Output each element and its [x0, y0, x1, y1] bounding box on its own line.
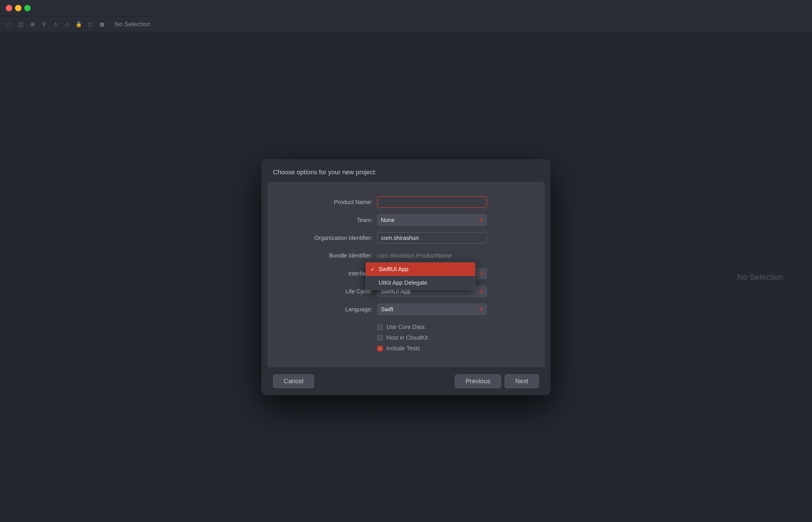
bundle-identifier-label: Bundle Identifier:: [279, 252, 377, 259]
lifecycle-label: Life Cycle:: [279, 288, 377, 295]
bundle-identifier-row: Bundle Identifier: com.shirashun.Product…: [279, 250, 533, 261]
product-name-input[interactable]: [377, 196, 487, 208]
btn-group-right: Previous Next: [455, 374, 539, 388]
dropdown-item-uikit[interactable]: UIKit App Delegate: [366, 276, 475, 289]
interface-label: Interface:: [279, 270, 377, 277]
dialog-content: Product Name: Team: None: [267, 182, 545, 367]
language-select-wrapper: Swift: [377, 303, 487, 315]
toolbar-icon-5[interactable]: ⚠: [51, 20, 60, 29]
use-core-data-label: Use Core Data: [387, 324, 424, 330]
new-project-dialog: Choose options for your new project: Pro…: [261, 159, 551, 395]
previous-button[interactable]: Previous: [455, 374, 501, 388]
product-name-row: Product Name:: [279, 196, 533, 208]
team-select[interactable]: None: [377, 214, 487, 226]
toolbar: ⬚ ◫ ⊞ ⚲ ⚠ ◇ 🔒 ◻ ▦ No Selection: [0, 16, 812, 33]
toolbar-no-selection: No Selection: [115, 21, 151, 28]
product-name-field: [377, 196, 487, 208]
checkmark-icon: ✓: [371, 266, 376, 273]
toolbar-icon-6[interactable]: ◇: [62, 20, 72, 29]
toolbar-icon-4[interactable]: ⚲: [39, 20, 48, 29]
use-core-data-checkbox[interactable]: [377, 324, 383, 330]
dialog-title: Choose options for your new project:: [261, 159, 551, 182]
product-name-label: Product Name:: [279, 199, 377, 205]
dropdown-item-uikit-label: UIKit App Delegate: [378, 280, 428, 286]
org-identifier-row: Organization Identifier:: [279, 232, 533, 244]
include-tests-label: Include Tests: [387, 345, 420, 352]
dropdown-item-swiftui-app[interactable]: ✓ SwiftUI App: [366, 262, 475, 276]
team-field: None: [377, 214, 487, 226]
dropdown-item-swiftui-app-label: SwiftUI App: [378, 266, 408, 273]
team-select-wrapper: None: [377, 214, 487, 226]
language-field: Swift: [377, 303, 487, 315]
bundle-identifier-field: com.shirashun.ProductName: [377, 250, 487, 261]
team-label: Team:: [279, 217, 377, 223]
toolbar-icon-3[interactable]: ⊞: [28, 20, 37, 29]
host-in-cloudkit-label: Host in CloudKit: [387, 335, 428, 341]
lifecycle-dropdown-popup: ✓ SwiftUI App UIKit App Delegate: [365, 262, 475, 290]
org-identifier-label: Organization Identifier:: [279, 235, 377, 241]
toolbar-icon-1[interactable]: ⬚: [5, 20, 14, 29]
toolbar-icon-8[interactable]: ◻: [85, 20, 95, 29]
host-in-cloudkit-row: Host in CloudKit: [279, 335, 533, 341]
dialog-overlay: Choose options for your new project: Pro…: [0, 33, 812, 522]
next-button[interactable]: Next: [504, 374, 539, 388]
cancel-button[interactable]: Cancel: [273, 374, 314, 388]
team-row: Team: None: [279, 214, 533, 226]
org-identifier-input[interactable]: [377, 232, 487, 244]
traffic-lights: [6, 5, 31, 11]
toolbar-icon-2[interactable]: ◫: [16, 20, 25, 29]
dialog-footer: Cancel Previous Next: [261, 367, 551, 395]
language-select[interactable]: Swift: [377, 303, 487, 315]
use-core-data-row: Use Core Data: [279, 324, 533, 330]
org-identifier-field: [377, 232, 487, 244]
main-area: No Selection Choose options for your new…: [0, 33, 812, 522]
bundle-identifier-value: com.shirashun.ProductName: [377, 250, 487, 261]
include-tests-row: ✓ Include Tests: [279, 345, 533, 352]
language-label: Language:: [279, 306, 377, 313]
include-tests-checkbox[interactable]: ✓: [377, 346, 383, 352]
titlebar: [0, 0, 812, 16]
language-row: Language: Swift: [279, 303, 533, 315]
host-in-cloudkit-checkbox[interactable]: [377, 335, 383, 341]
toolbar-icon-9[interactable]: ▦: [97, 20, 106, 29]
minimize-button[interactable]: [15, 5, 21, 11]
close-button[interactable]: [6, 5, 12, 11]
maximize-button[interactable]: [24, 5, 31, 11]
toolbar-icon-7[interactable]: 🔒: [74, 20, 83, 29]
